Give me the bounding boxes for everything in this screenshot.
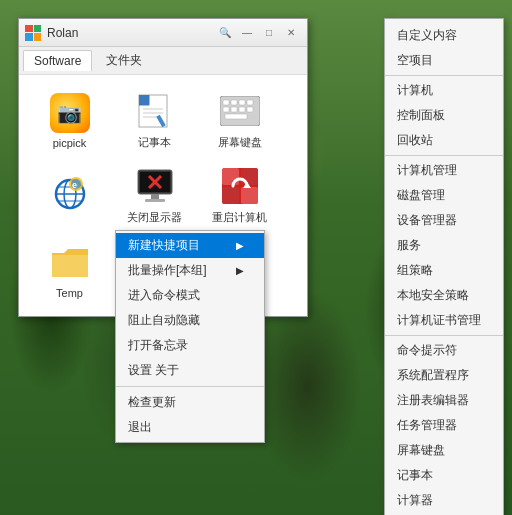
- maximize-button[interactable]: □: [259, 24, 279, 42]
- app-label-picpick: picpick: [53, 137, 87, 149]
- svg-rect-7: [223, 100, 229, 105]
- ie-icon: e: [50, 174, 90, 214]
- svg-rect-32: [222, 168, 239, 185]
- folder-icon: [50, 243, 90, 283]
- rp-item-recycle[interactable]: 回收站: [385, 128, 503, 153]
- right-panel: 自定义内容 空项目 计算机 控制面板 回收站 计算机管理 磁盘管理 设备管理器 …: [384, 18, 504, 515]
- app-label-monitor: 关闭显示器: [127, 210, 182, 225]
- rp-item-secpolicy[interactable]: 本地安全策略: [385, 283, 503, 308]
- rp-item-services[interactable]: 服务: [385, 233, 503, 258]
- close-button[interactable]: ✕: [281, 24, 301, 42]
- keyboard-icon: [220, 91, 260, 131]
- restart-icon: [220, 166, 260, 206]
- rp-item-certmgr[interactable]: 计算机证书管理: [385, 308, 503, 333]
- app-label-restart: 重启计算机: [212, 210, 267, 225]
- menu-item-cmd-mode[interactable]: 进入命令模式: [116, 283, 264, 308]
- svg-rect-27: [145, 199, 165, 202]
- svg-rect-26: [151, 194, 159, 199]
- right-panel-section-2: 计算机 控制面板 回收站: [385, 76, 503, 156]
- app-label-keyboard: 屏幕键盘: [218, 135, 262, 150]
- windows-logo-icon: [25, 25, 41, 41]
- app-item-picpick[interactable]: picpick: [27, 83, 112, 158]
- rp-item-msconfig[interactable]: 系统配置程序: [385, 363, 503, 388]
- app-label-temp: Temp: [56, 287, 83, 299]
- svg-rect-35: [241, 187, 258, 204]
- menu-item-new-shortcut[interactable]: 新建快捷项目 ▶: [116, 233, 264, 258]
- search-button[interactable]: 🔍: [215, 24, 235, 42]
- right-panel-section-4: 命令提示符 系统配置程序 注册表编辑器 任务管理器 屏幕键盘 记事本 计算器: [385, 336, 503, 515]
- menu-item-exit[interactable]: 退出: [116, 415, 264, 440]
- right-panel-section-3: 计算机管理 磁盘管理 设备管理器 服务 组策略 本地安全策略 计算机证书管理: [385, 156, 503, 336]
- app-label-notepad: 记事本: [138, 135, 171, 150]
- svg-rect-15: [225, 114, 247, 119]
- rp-item-diskmgmt[interactable]: 磁盘管理: [385, 183, 503, 208]
- context-menu: 新建快捷项目 ▶ 批量操作[本组] ▶ 进入命令模式 阻止自动隐藏 打开备忘录 …: [115, 230, 265, 443]
- svg-rect-1: [139, 95, 149, 105]
- tab-software[interactable]: Software: [23, 50, 92, 72]
- app-item-ie[interactable]: e: [27, 158, 112, 233]
- rp-item-osk[interactable]: 屏幕键盘: [385, 438, 503, 463]
- minimize-button[interactable]: —: [237, 24, 257, 42]
- app-item-restart[interactable]: 重启计算机: [197, 158, 282, 233]
- window-title: Rolan: [47, 26, 215, 40]
- app-item-keyboard[interactable]: 屏幕键盘: [197, 83, 282, 158]
- rp-item-devmgr[interactable]: 设备管理器: [385, 208, 503, 233]
- svg-rect-33: [241, 168, 258, 185]
- right-panel-section-1: 自定义内容 空项目: [385, 21, 503, 76]
- svg-rect-12: [231, 107, 237, 112]
- rp-item-custom[interactable]: 自定义内容: [385, 23, 503, 48]
- svg-rect-9: [239, 100, 245, 105]
- svg-rect-34: [222, 187, 239, 204]
- menu-separator: [116, 386, 264, 387]
- rp-item-cmd[interactable]: 命令提示符: [385, 338, 503, 363]
- tab-folder[interactable]: 文件夹: [96, 49, 152, 72]
- arrow-icon: ▶: [236, 265, 244, 276]
- svg-rect-11: [223, 107, 229, 112]
- app-icon: [25, 25, 41, 41]
- toolbar: Software 文件夹: [19, 47, 307, 75]
- rp-item-taskmgr[interactable]: 任务管理器: [385, 413, 503, 438]
- rp-item-calc[interactable]: 计算器: [385, 488, 503, 513]
- notepad-icon: [135, 91, 175, 131]
- arrow-icon: ▶: [236, 240, 244, 251]
- app-item-monitor[interactable]: 关闭显示器: [112, 158, 197, 233]
- svg-rect-10: [247, 100, 253, 105]
- rp-item-regedit[interactable]: 注册表编辑器: [385, 388, 503, 413]
- rp-item-compmgmt[interactable]: 计算机管理: [385, 158, 503, 183]
- monitor-icon: [135, 166, 175, 206]
- menu-item-open-memo[interactable]: 打开备忘录: [116, 333, 264, 358]
- svg-text:e: e: [72, 180, 77, 190]
- picpick-icon: [50, 93, 90, 133]
- rp-item-computer[interactable]: 计算机: [385, 78, 503, 103]
- menu-item-prevent-hide[interactable]: 阻止自动隐藏: [116, 308, 264, 333]
- menu-item-settings[interactable]: 设置 关于: [116, 358, 264, 383]
- title-bar: Rolan 🔍 — □ ✕: [19, 19, 307, 47]
- rp-item-notepad2[interactable]: 记事本: [385, 463, 503, 488]
- svg-rect-8: [231, 100, 237, 105]
- title-controls: 🔍 — □ ✕: [215, 24, 301, 42]
- app-item-temp[interactable]: Temp: [27, 233, 112, 308]
- rp-item-controlpanel[interactable]: 控制面板: [385, 103, 503, 128]
- svg-rect-14: [247, 107, 253, 112]
- svg-rect-13: [239, 107, 245, 112]
- rp-item-grouppolicy[interactable]: 组策略: [385, 258, 503, 283]
- rp-item-empty[interactable]: 空项目: [385, 48, 503, 73]
- menu-item-batch-ops[interactable]: 批量操作[本组] ▶: [116, 258, 264, 283]
- app-item-notepad[interactable]: 记事本: [112, 83, 197, 158]
- menu-item-check-update[interactable]: 检查更新: [116, 390, 264, 415]
